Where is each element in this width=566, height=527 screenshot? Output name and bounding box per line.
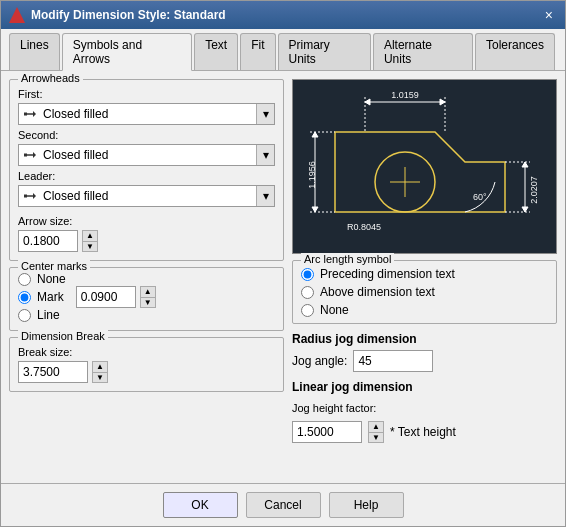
mark-size-up[interactable]: ▲ — [140, 286, 156, 297]
main-window: Modify Dimension Style: Standard × Lines… — [0, 0, 566, 527]
jog-height-label: Jog height factor: — [292, 402, 557, 414]
tabs-bar: Lines Symbols and Arrows Text Fit Primar… — [1, 29, 565, 71]
radio-line-input[interactable] — [18, 309, 31, 322]
second-select[interactable]: Closed filled ▾ — [18, 144, 275, 166]
radio-line-label: Line — [37, 308, 60, 322]
preview-box: 1.0159 1.1956 2.0207 R0.8045 60° — [292, 79, 557, 254]
linear-jog-section: Linear jog dimension Jog height factor: … — [292, 378, 557, 443]
arc-radio-none-label: None — [320, 303, 349, 317]
tab-alternate-units[interactable]: Alternate Units — [373, 33, 473, 70]
arrow-icon-leader — [23, 189, 37, 203]
arc-radio-above-input[interactable] — [301, 286, 314, 299]
radius-jog-label: Radius jog dimension — [292, 332, 557, 346]
svg-text:1.0159: 1.0159 — [391, 90, 419, 100]
content-area: Arrowheads First: Closed filled ▾ Second… — [1, 71, 565, 483]
arc-radio-none: None — [301, 303, 548, 317]
left-panel: Arrowheads First: Closed filled ▾ Second… — [9, 79, 284, 475]
mark-size-spinner: 0.0900 ▲ ▼ — [76, 286, 156, 308]
arc-radio-preceding-label: Preceding dimension text — [320, 267, 455, 281]
close-button[interactable]: × — [541, 7, 557, 23]
mark-size-down[interactable]: ▼ — [140, 297, 156, 308]
app-icon — [9, 7, 25, 23]
footer: OK Cancel Help — [1, 483, 565, 526]
jog-height-up[interactable]: ▲ — [368, 421, 384, 432]
radio-mark: Mark — [18, 290, 66, 304]
radio-mark-label: Mark — [37, 290, 64, 304]
arc-length-radios: Preceding dimension text Above dimension… — [301, 267, 548, 317]
text-height-label: * Text height — [390, 425, 456, 439]
arrow-icon-second — [23, 148, 37, 162]
break-size-spinner: 3.7500 ▲ ▼ — [18, 361, 275, 383]
first-dropdown-btn[interactable]: ▾ — [256, 104, 274, 124]
arrow-size-spinner-buttons: ▲ ▼ — [82, 230, 98, 252]
cancel-button[interactable]: Cancel — [246, 492, 321, 518]
jog-angle-label: Jog angle: — [292, 354, 347, 368]
first-select-value: Closed filled — [41, 107, 256, 121]
arrow-icon-first — [23, 107, 37, 121]
tab-primary-units[interactable]: Primary Units — [278, 33, 371, 70]
svg-text:2.0207: 2.0207 — [529, 176, 539, 204]
svg-rect-5 — [24, 154, 27, 157]
break-size-up[interactable]: ▲ — [92, 361, 108, 372]
center-marks-group: Center marks None Mark Line — [9, 267, 284, 331]
svg-marker-7 — [33, 193, 36, 199]
first-select[interactable]: Closed filled ▾ — [18, 103, 275, 125]
right-panel: 1.0159 1.1956 2.0207 R0.8045 60° Arc len… — [292, 79, 557, 475]
center-marks-radios: None Mark Line — [18, 272, 66, 322]
preview-svg: 1.0159 1.1956 2.0207 R0.8045 60° — [305, 82, 545, 252]
jog-height-input[interactable]: 1.5000 — [292, 421, 362, 443]
arc-radio-preceding-input[interactable] — [301, 268, 314, 281]
arrow-size-label: Arrow size: — [18, 215, 275, 227]
tab-fit[interactable]: Fit — [240, 33, 275, 70]
arrow-size-down[interactable]: ▼ — [82, 241, 98, 252]
tab-text[interactable]: Text — [194, 33, 238, 70]
svg-rect-2 — [24, 113, 27, 116]
svg-marker-1 — [33, 111, 36, 117]
arc-radio-preceding: Preceding dimension text — [301, 267, 548, 281]
jog-height-down[interactable]: ▼ — [368, 432, 384, 443]
radio-line: Line — [18, 308, 66, 322]
dimension-break-label: Dimension Break — [18, 330, 108, 342]
jog-height-spinner-buttons: ▲ ▼ — [368, 421, 384, 443]
tab-tolerances[interactable]: Tolerances — [475, 33, 555, 70]
radio-none: None — [18, 272, 66, 286]
arrow-size-input[interactable]: 0.1800 — [18, 230, 78, 252]
leader-dropdown-btn[interactable]: ▾ — [256, 186, 274, 206]
title-bar: Modify Dimension Style: Standard × — [1, 1, 565, 29]
svg-text:R0.8045: R0.8045 — [347, 222, 381, 232]
arrow-size-spinner: 0.1800 ▲ ▼ — [18, 230, 275, 252]
svg-text:60°: 60° — [473, 192, 487, 202]
svg-text:1.1956: 1.1956 — [307, 161, 317, 189]
mark-size-input[interactable]: 0.0900 — [76, 286, 136, 308]
tab-lines[interactable]: Lines — [9, 33, 60, 70]
break-size-label: Break size: — [18, 346, 275, 358]
arrow-size-up[interactable]: ▲ — [82, 230, 98, 241]
radio-none-input[interactable] — [18, 273, 31, 286]
linear-jog-row: 1.5000 ▲ ▼ * Text height — [292, 421, 557, 443]
arc-radio-none-input[interactable] — [301, 304, 314, 317]
first-label: First: — [18, 88, 275, 100]
mark-size-spinner-buttons: ▲ ▼ — [140, 286, 156, 308]
second-select-value: Closed filled — [41, 148, 256, 162]
leader-label: Leader: — [18, 170, 275, 182]
arc-length-label: Arc length symbol — [301, 253, 394, 265]
leader-select[interactable]: Closed filled ▾ — [18, 185, 275, 207]
second-dropdown-btn[interactable]: ▾ — [256, 145, 274, 165]
help-button[interactable]: Help — [329, 492, 404, 518]
tab-symbols[interactable]: Symbols and Arrows — [62, 33, 192, 71]
arrowheads-group: Arrowheads First: Closed filled ▾ Second… — [9, 79, 284, 261]
svg-rect-8 — [24, 195, 27, 198]
radio-mark-input[interactable] — [18, 291, 31, 304]
jog-angle-input[interactable]: 45 — [353, 350, 433, 372]
second-label: Second: — [18, 129, 275, 141]
arc-radio-above: Above dimension text — [301, 285, 548, 299]
ok-button[interactable]: OK — [163, 492, 238, 518]
svg-marker-4 — [33, 152, 36, 158]
arrowheads-label: Arrowheads — [18, 72, 83, 84]
arc-radio-above-label: Above dimension text — [320, 285, 435, 299]
arc-length-group: Arc length symbol Preceding dimension te… — [292, 260, 557, 324]
jog-angle-row: Jog angle: 45 — [292, 350, 557, 372]
break-size-down[interactable]: ▼ — [92, 372, 108, 383]
break-size-input[interactable]: 3.7500 — [18, 361, 88, 383]
dimension-break-group: Dimension Break Break size: 3.7500 ▲ ▼ — [9, 337, 284, 392]
